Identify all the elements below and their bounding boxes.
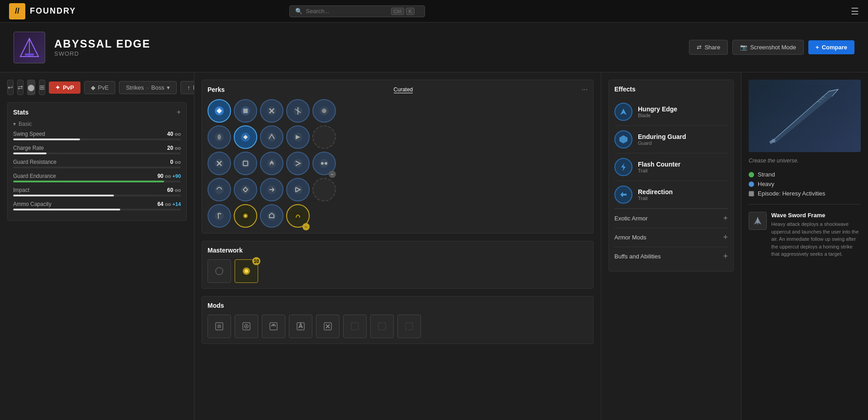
mod-slot[interactable]: [289, 315, 312, 338]
weapon-info: ABYSSAL EDGE SWORD: [54, 38, 151, 57]
armor-mods-row[interactable]: Armor Mods +: [614, 228, 728, 247]
expand-plus-icon: +: [723, 233, 728, 242]
perk-slot[interactable]: [260, 99, 283, 123]
effect-text-flash-counter: Flash Counter Trait: [638, 161, 680, 173]
screenshot-button[interactable]: 📷 Screenshot Mode: [732, 40, 804, 55]
effect-icon-redirection: [614, 186, 632, 204]
center-panel: Perks Curated ···: [194, 72, 601, 420]
logo-text: FOUNDRY: [30, 6, 76, 16]
stat-bar: [13, 195, 181, 196]
perk-slot[interactable]: [312, 178, 336, 201]
search-bar[interactable]: 🔍 Ctrl K: [289, 5, 425, 17]
svg-point-36: [245, 269, 248, 273]
perk-slot[interactable]: [286, 99, 310, 123]
svg-rect-2: [25, 53, 34, 56]
svg-point-17: [267, 159, 276, 168]
perk-slot[interactable]: [260, 178, 283, 201]
effect-row-enduring-guard[interactable]: Enduring Guard Guard: [614, 126, 728, 153]
masterwork-header: Masterwork: [208, 247, 588, 254]
stats-header: Stats +: [13, 108, 181, 116]
mod-slot[interactable]: [370, 315, 394, 338]
effect-row-flash-counter[interactable]: Flash Counter Trait: [614, 153, 728, 181]
stat-bar: [13, 181, 181, 182]
mw-slot-active[interactable]: 10: [235, 259, 258, 283]
svg-point-9: [322, 109, 326, 113]
stat-rows: Swing Speed 40 oo Charge Rate 20 oo Guar…: [13, 131, 181, 210]
perk-slot[interactable]: [234, 152, 257, 175]
stat-row: Guard Resistance 0 oo: [13, 159, 181, 168]
stat-value: 60 oo: [167, 187, 181, 193]
mod-slot[interactable]: [262, 315, 285, 338]
perk-slot[interactable]: [208, 99, 231, 123]
left-panel: ↩ ⇄ ⬤ ⊞ ✦ PvP ◆ PvE Strikes - Boss ▾ ↑ E…: [0, 72, 194, 420]
stats-panel: Stats + ▾ Basic Swing Speed 40 oo Charge…: [7, 102, 187, 221]
heavy-dot: [749, 181, 754, 187]
stats-add-button[interactable]: +: [177, 108, 181, 116]
stat-row: Charge Rate 20 oo: [13, 145, 181, 154]
effect-row-hungry-edge[interactable]: Hungry Edge Blade: [614, 98, 728, 126]
activity-selector[interactable]: Strikes - Boss ▾: [119, 81, 177, 94]
compare-button[interactable]: + Compare: [808, 40, 854, 54]
perk-slot[interactable]: [208, 178, 231, 201]
buffs-abilities-row[interactable]: Buffs and Abilities +: [614, 247, 728, 266]
stat-value: 64 oo +14: [157, 201, 181, 207]
perk-slot[interactable]: [260, 125, 283, 149]
perk-slot[interactable]: −: [312, 152, 336, 175]
perks-menu[interactable]: ···: [582, 86, 588, 94]
enhance-button[interactable]: ↑ Enhance: [180, 81, 194, 94]
search-input[interactable]: [306, 8, 387, 14]
stat-bar: [13, 153, 181, 154]
perk-remove-button[interactable]: −: [302, 223, 310, 230]
perk-slot[interactable]: [234, 125, 257, 149]
stat-name: Impact: [13, 187, 29, 193]
view-grid-button[interactable]: ⊞: [39, 80, 45, 95]
mod-slot[interactable]: [397, 315, 421, 338]
mod-slot[interactable]: [208, 315, 231, 338]
perk-slot[interactable]: [260, 204, 283, 228]
main-content: ↩ ⇄ ⬤ ⊞ ✦ PvP ◆ PvE Strikes - Boss ▾ ↑ E…: [0, 72, 868, 420]
expand-plus-icon: +: [723, 214, 728, 223]
share-small-button[interactable]: ⇄: [17, 80, 24, 95]
strand-dot: [749, 172, 754, 177]
kbd-badge: Ctrl K: [391, 8, 415, 15]
effect-row-redirection[interactable]: Redirection Trait: [614, 181, 728, 209]
perk-slot[interactable]: [286, 125, 310, 149]
mod-slot[interactable]: [235, 315, 258, 338]
mw-slot-empty[interactable]: [208, 259, 231, 283]
heavy-row: Heavy: [749, 181, 861, 187]
share-button[interactable]: ⇄ Share: [689, 40, 728, 55]
menu-icon[interactable]: ☰: [851, 6, 859, 17]
undo-button[interactable]: ↩: [7, 80, 14, 95]
perk-slot[interactable]: [234, 99, 257, 123]
perk-slot[interactable]: [260, 152, 283, 175]
crease-text: Crease the universe.: [749, 158, 861, 164]
perk-slot[interactable]: [286, 178, 310, 201]
mods-header: Mods: [208, 302, 588, 309]
pve-tab[interactable]: ◆ PvE: [84, 81, 116, 94]
perk-slot[interactable]: [312, 125, 336, 149]
pvp-tab[interactable]: ✦ PvP: [49, 81, 80, 94]
perk-slot[interactable]: [312, 99, 336, 123]
perk-slot[interactable]: −: [286, 204, 310, 228]
heavy-label: Heavy: [758, 181, 774, 187]
perk-slot[interactable]: [234, 204, 257, 228]
perk-slot[interactable]: [208, 152, 231, 175]
mod-slot[interactable]: [343, 315, 367, 338]
perks-section: Perks Curated ···: [202, 80, 594, 234]
curated-tab[interactable]: Curated: [394, 86, 413, 93]
perk-slot[interactable]: [208, 204, 231, 228]
effect-text-redirection: Redirection Trait: [638, 188, 673, 201]
perks-header: Perks Curated ···: [208, 86, 588, 94]
stat-bar: [13, 209, 181, 210]
mod-slot[interactable]: [316, 315, 340, 338]
perk-slot[interactable]: [234, 178, 257, 201]
stat-row: Ammo Capacity 64 oo +14: [13, 201, 181, 210]
exotic-armor-row[interactable]: Exotic Armor +: [614, 209, 728, 228]
perk-remove-button[interactable]: −: [329, 171, 336, 178]
perk-slot[interactable]: [286, 152, 310, 175]
perk-slot[interactable]: [208, 125, 231, 149]
chevron-down-icon: ▾: [13, 121, 16, 127]
wsf-description: Heavy attack deploys a shockwave uppercu…: [771, 220, 861, 258]
expand-plus-icon: +: [723, 252, 728, 261]
view-perk-button[interactable]: ⬤: [27, 80, 35, 95]
